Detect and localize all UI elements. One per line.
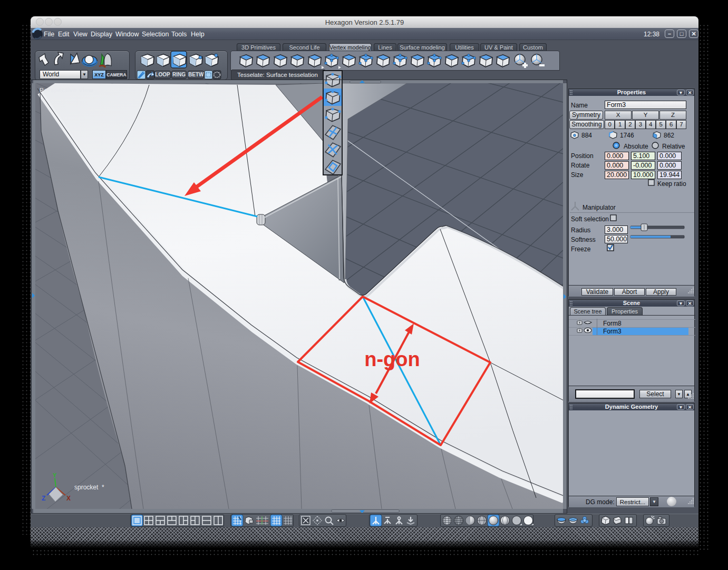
svg-text:n-gon: n-gon [364, 348, 420, 370]
svg-text:sprocket *: sprocket * [74, 484, 104, 491]
svg-text:Y: Y [53, 472, 57, 478]
svg-text:Perspective view: Perspective view [40, 87, 93, 93]
svg-text:Z: Z [42, 495, 45, 502]
svg-text:X: X [66, 495, 71, 502]
